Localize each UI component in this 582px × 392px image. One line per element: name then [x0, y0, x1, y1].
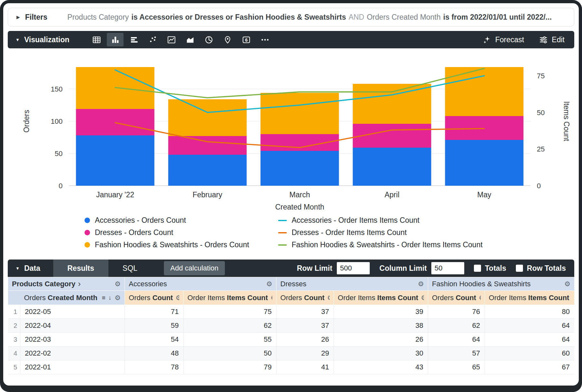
line-chart-icon[interactable]	[163, 33, 180, 46]
add-calculation-button[interactable]: Add calculation	[164, 261, 225, 275]
forecast-button[interactable]: Forecast	[482, 35, 524, 44]
edit-button[interactable]: Edit	[539, 35, 565, 44]
measure-cell[interactable]: 64	[485, 333, 574, 347]
gear-icon[interactable]: ⚙	[112, 280, 121, 288]
measure-group-header[interactable]: Fashion Hoodies & Sweatshirts⚙	[428, 277, 574, 291]
legend-item[interactable]: Fashion Hoodies & Sweatshirts - Orders C…	[85, 240, 278, 250]
measure-cell[interactable]: 59	[125, 319, 184, 333]
measure-group-header[interactable]: Accessories⚙	[125, 277, 276, 291]
gear-icon[interactable]: ⚙	[325, 294, 330, 302]
dimension-cell[interactable]: 2022-02	[20, 347, 125, 360]
gear-icon[interactable]: ⚙	[112, 294, 121, 302]
measure-cell[interactable]: 64	[485, 319, 574, 333]
chevron-right-icon[interactable]: ›	[78, 279, 81, 289]
column-limit-input[interactable]	[431, 262, 464, 274]
measure-cell[interactable]: 38	[334, 319, 428, 333]
legend-label: Fashion Hoodies & Sweatshirts - Order It…	[292, 240, 483, 249]
measure-field-header[interactable]: Order Items Items Count⚙	[485, 291, 574, 305]
gear-icon[interactable]: ⚙	[268, 294, 272, 302]
measure-cell[interactable]: 48	[125, 347, 184, 360]
svg-text:April: April	[385, 191, 399, 199]
measure-cell[interactable]: 50	[184, 347, 276, 360]
totals-checkbox[interactable]	[474, 265, 481, 272]
measure-cell[interactable]: 71	[125, 305, 184, 319]
row-limit-label: Row Limit	[297, 264, 332, 273]
row-limit-input[interactable]	[337, 262, 370, 274]
measure-cell[interactable]: 64	[428, 333, 485, 347]
column-chart-icon[interactable]	[107, 33, 124, 46]
measure-group-header[interactable]: Dresses⚙	[276, 277, 428, 291]
visualization-title: Visualization	[24, 35, 69, 44]
collapse-data-icon[interactable]: ▼	[15, 266, 20, 271]
gear-icon[interactable]: ⚙	[569, 294, 570, 302]
measure-cell[interactable]: 37	[276, 305, 334, 319]
combo-chart[interactable]: 0501001500255075January '22FebruaryMarch…	[8, 50, 574, 211]
measure-field-header[interactable]: Orders Count⚙	[125, 291, 184, 305]
measure-cell[interactable]: 62	[428, 319, 485, 333]
filter-summary[interactable]: Products Categoryis Accessories or Dress…	[67, 13, 566, 22]
measure-field-header[interactable]: Order Items Items Count⚙	[334, 291, 428, 305]
window-frame: ▶ Filters Products Categoryis Accessorie…	[0, 0, 582, 392]
legend-item[interactable]: Dresses - Orders Count	[85, 228, 278, 238]
area-chart-icon[interactable]	[182, 33, 198, 46]
legend-item[interactable]: Accessories - Orders Count	[85, 215, 278, 225]
dimension-field-header[interactable]: Orders Created Month ≡↓⚙	[20, 291, 125, 305]
measure-cell[interactable]: 79	[184, 360, 276, 374]
dimension-cell[interactable]: 2022-01	[20, 360, 125, 374]
filters-bar[interactable]: ▶ Filters Products Categoryis Accessorie…	[8, 8, 574, 26]
gear-icon[interactable]: ⚙	[476, 294, 481, 302]
measure-cell[interactable]: 57	[428, 347, 485, 360]
measure-field-header[interactable]: Orders Count⚙	[428, 291, 485, 305]
measure-field-header[interactable]: Order Items Items Count⚙	[184, 291, 276, 305]
measure-field-header[interactable]: Orders Count⚙	[276, 291, 334, 305]
measure-cell[interactable]: 60	[485, 347, 574, 360]
gear-icon[interactable]: ⚙	[415, 280, 424, 288]
measure-cell[interactable]: 26	[334, 333, 428, 347]
subtotal-icon[interactable]: ≡	[102, 294, 105, 301]
gear-icon[interactable]: ⚙	[264, 280, 272, 288]
tab-sql[interactable]: SQL	[108, 260, 152, 277]
measure-cell[interactable]: 55	[184, 333, 276, 347]
measure-cell[interactable]: 41	[276, 360, 334, 374]
collapse-visualization-icon[interactable]: ▼	[15, 37, 20, 42]
map-icon[interactable]	[219, 33, 236, 46]
gear-icon[interactable]: ⚙	[173, 294, 179, 302]
measure-cell[interactable]: 30	[334, 347, 428, 360]
row-totals-checkbox[interactable]	[516, 265, 523, 272]
expand-filters-icon[interactable]: ▶	[16, 15, 20, 20]
single-value-icon[interactable]: 6	[238, 33, 255, 46]
measure-cell[interactable]: 67	[485, 360, 574, 374]
legend-label: Accessories - Orders Count	[95, 216, 186, 225]
data-bar: ▼ Data Results SQL Add calculation Row L…	[8, 260, 574, 277]
legend-item[interactable]: Accessories - Order Items Items Count	[278, 215, 483, 225]
bar-chart-icon[interactable]	[125, 33, 142, 46]
legend-item[interactable]: Dresses - Order Items Items Count	[278, 228, 483, 238]
dimension-cell[interactable]: 2022-04	[20, 319, 125, 333]
table-icon[interactable]	[88, 33, 105, 46]
measure-cell[interactable]: 62	[184, 319, 276, 333]
scatter-chart-icon[interactable]	[144, 33, 161, 46]
legend-swatch	[278, 232, 287, 233]
measure-cell[interactable]: 65	[428, 360, 485, 374]
more-icon[interactable]	[256, 33, 273, 46]
tab-results[interactable]: Results	[53, 260, 108, 277]
measure-cell[interactable]: 39	[334, 305, 428, 319]
gear-icon[interactable]: ⚙	[562, 280, 570, 288]
measure-cell[interactable]: 76	[428, 305, 485, 319]
pie-chart-icon[interactable]	[200, 33, 217, 46]
measure-cell[interactable]: 26	[276, 333, 334, 347]
sort-desc-icon[interactable]: ↓	[108, 294, 112, 301]
measure-cell[interactable]: 80	[485, 305, 574, 319]
gear-icon[interactable]: ⚙	[418, 294, 424, 302]
dimension-cell[interactable]: 2022-05	[20, 305, 125, 319]
measure-cell[interactable]: 37	[276, 319, 334, 333]
measure-cell[interactable]: 75	[184, 305, 276, 319]
table-row: 52022-01787941436567	[8, 360, 575, 374]
measure-cell[interactable]: 29	[276, 347, 334, 360]
legend-item[interactable]: Fashion Hoodies & Sweatshirts - Order It…	[278, 240, 483, 250]
dimension-cell[interactable]: 2022-03	[20, 333, 125, 347]
measure-cell[interactable]: 78	[125, 360, 184, 374]
measure-cell[interactable]: 54	[125, 333, 184, 347]
dimension-group-header[interactable]: Products Category›⚙	[8, 277, 125, 291]
measure-cell[interactable]: 43	[334, 360, 428, 374]
